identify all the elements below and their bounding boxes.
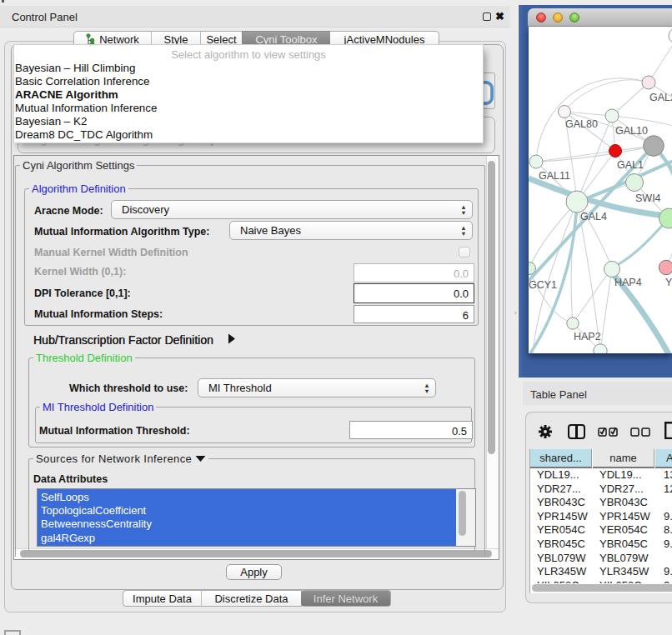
- svg-text:HAP4: HAP4: [614, 277, 642, 288]
- svg-text:GAL2: GAL2: [649, 92, 672, 103]
- svg-text:GAL11: GAL11: [539, 170, 570, 182]
- svg-text:GAL1: GAL1: [617, 159, 644, 171]
- svg-text:GAL10: GAL10: [615, 125, 648, 137]
- svg-text:SWI4: SWI4: [635, 192, 661, 204]
- svg-text:YE: YE: [665, 277, 672, 288]
- svg-text:GCY1: GCY1: [529, 279, 557, 291]
- svg-text:HAP2: HAP2: [574, 331, 601, 342]
- svg-text:GAL4: GAL4: [580, 211, 607, 222]
- svg-text:GAL80: GAL80: [565, 118, 598, 130]
